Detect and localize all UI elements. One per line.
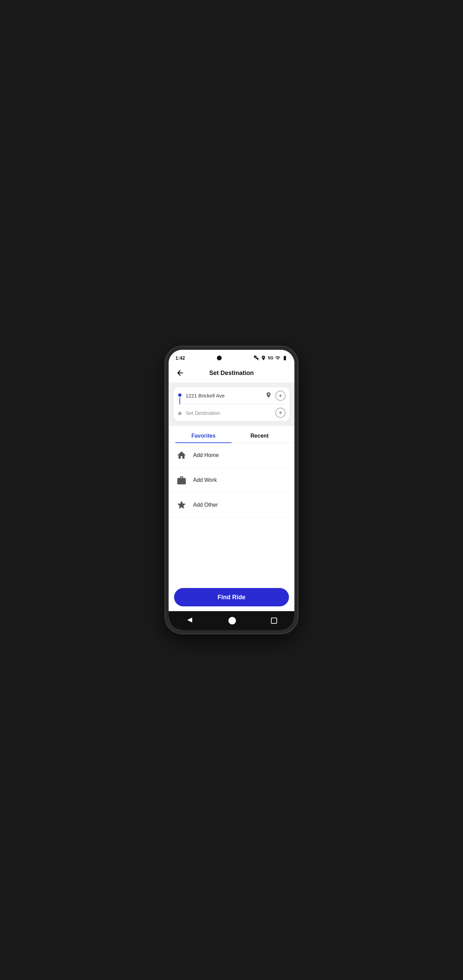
work-label: Add Work	[193, 477, 217, 483]
list-item-home[interactable]: Add Home	[169, 443, 294, 468]
nav-back-button[interactable]	[186, 616, 193, 625]
connector-line	[179, 398, 180, 404]
network-indicator: 5G	[268, 356, 273, 360]
home-svg	[176, 450, 187, 460]
svg-marker-4	[187, 617, 192, 623]
key-icon	[254, 355, 259, 361]
star-icon	[175, 499, 188, 511]
work-icon	[175, 474, 188, 486]
home-icon	[175, 449, 188, 461]
back-arrow-icon	[176, 369, 184, 377]
plus-icon	[278, 393, 283, 398]
search-box: 1221 Brickell Ave	[173, 387, 290, 421]
origin-input[interactable]: 1221 Brickell Ave	[186, 393, 262, 398]
signal-icon	[275, 355, 281, 361]
list-item-work[interactable]: Add Work	[169, 468, 294, 493]
destination-dot	[178, 412, 182, 415]
status-time: 1:42	[175, 355, 185, 361]
add-destination-button[interactable]	[275, 408, 285, 418]
origin-dot	[178, 393, 182, 397]
page-title: Set Destination	[186, 369, 277, 377]
phone-frame: 1:42 5G	[165, 347, 298, 633]
find-ride-button[interactable]: Find Ride	[174, 588, 289, 606]
back-button[interactable]	[174, 367, 186, 379]
add-origin-button[interactable]	[275, 391, 285, 401]
work-svg	[176, 475, 187, 485]
bottom-section: Find Ride	[169, 583, 294, 611]
home-label: Add Home	[193, 452, 219, 458]
nav-bar	[169, 611, 294, 630]
star-svg	[176, 500, 187, 510]
favorites-list: Add Home Add Work Add Other	[169, 443, 294, 583]
battery-icon	[282, 355, 288, 361]
origin-row[interactable]: 1221 Brickell Ave	[178, 387, 285, 404]
nav-recents-button[interactable]	[271, 617, 277, 624]
destination-input[interactable]: Set Destination	[186, 410, 272, 416]
tab-favorites[interactable]: Favorites	[175, 430, 232, 443]
status-bar: 1:42 5G	[169, 350, 294, 363]
tabs: Favorites Recent	[169, 426, 294, 443]
current-location-icon[interactable]	[265, 392, 272, 400]
nav-back-icon	[186, 616, 193, 624]
location-status-icon	[261, 355, 266, 361]
list-item-other[interactable]: Add Other	[169, 493, 294, 517]
plus-icon-dest	[278, 410, 283, 415]
header: Set Destination	[169, 363, 294, 382]
nav-home-button[interactable]	[228, 617, 236, 624]
location-pin-icon	[265, 392, 272, 398]
front-camera	[217, 356, 222, 360]
search-area: 1221 Brickell Ave	[169, 382, 294, 426]
other-label: Add Other	[193, 502, 218, 508]
app-content: Set Destination 1221 Brickell Ave	[169, 363, 294, 611]
tab-recent[interactable]: Recent	[232, 430, 288, 443]
status-icons: 5G	[254, 355, 288, 361]
destination-row[interactable]: Set Destination	[178, 404, 285, 421]
